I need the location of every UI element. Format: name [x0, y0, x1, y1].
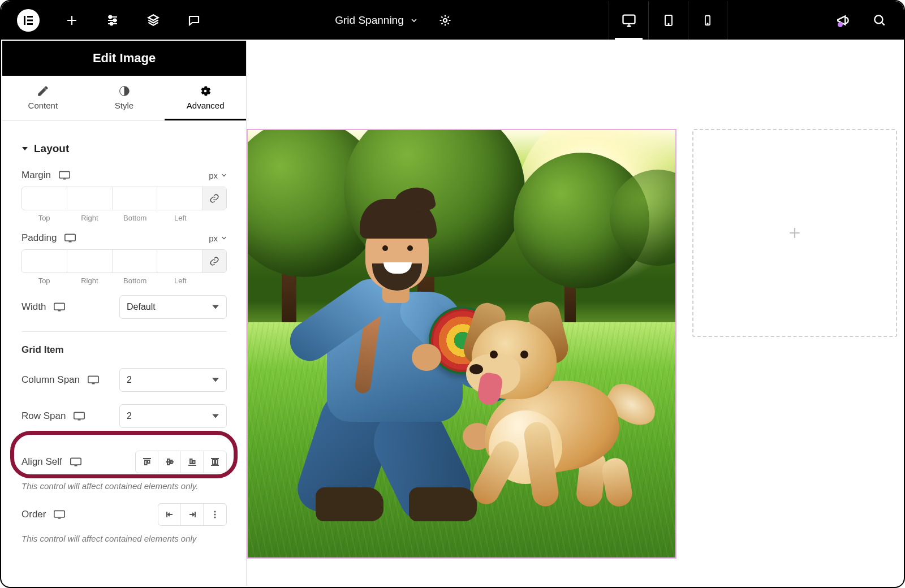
device-mobile-button[interactable]	[688, 1, 727, 40]
comments-icon[interactable]	[186, 12, 202, 29]
svg-rect-27	[213, 460, 215, 464]
order-note: This control will affect contained eleme…	[21, 534, 227, 543]
margin-inputs	[21, 187, 227, 210]
svg-rect-1	[27, 16, 33, 18]
width-select[interactable]: Default	[119, 295, 227, 319]
responsive-icon[interactable]	[54, 302, 65, 312]
tab-advanced[interactable]: Advanced	[165, 76, 246, 120]
margin-dim-labels: TopRightBottomLeft	[21, 214, 227, 222]
svg-point-7	[443, 19, 447, 22]
empty-grid-cell[interactable]	[692, 129, 897, 337]
editor-sidebar: Edit Image Content Style Advanced Layout…	[2, 41, 247, 586]
svg-rect-0	[24, 16, 25, 25]
padding-top-input[interactable]	[22, 250, 67, 273]
margin-bottom-input[interactable]	[113, 187, 158, 210]
svg-rect-25	[190, 459, 192, 464]
tab-advanced-label: Advanced	[187, 101, 225, 110]
svg-rect-3	[27, 23, 33, 25]
svg-rect-16	[65, 234, 75, 241]
tab-style-label: Style	[115, 101, 133, 110]
responsive-icon[interactable]	[64, 234, 76, 243]
elementor-logo[interactable]	[17, 9, 40, 32]
column-span-select[interactable]: 2	[119, 368, 227, 392]
svg-rect-22	[148, 460, 150, 463]
chevron-down-icon	[221, 172, 227, 178]
svg-rect-15	[59, 171, 70, 178]
svg-rect-21	[145, 460, 147, 465]
responsive-icon[interactable]	[54, 510, 65, 519]
panel-title: Edit Image	[2, 41, 246, 76]
svg-rect-28	[216, 460, 218, 464]
order-start[interactable]	[158, 504, 181, 525]
padding-bottom-input[interactable]	[113, 250, 158, 273]
svg-rect-2	[27, 20, 33, 21]
order-choices	[158, 503, 227, 526]
svg-rect-18	[88, 376, 98, 383]
align-self-choices	[135, 451, 227, 473]
svg-rect-8	[623, 15, 635, 24]
width-value: Default	[127, 302, 156, 312]
margin-right-input[interactable]	[67, 187, 113, 210]
device-desktop-button[interactable]	[609, 1, 648, 40]
tab-style[interactable]: Style	[84, 76, 165, 120]
svg-rect-29	[54, 511, 64, 517]
align-self-center[interactable]	[158, 451, 181, 473]
margin-top-input[interactable]	[22, 187, 67, 210]
notification-dot	[838, 22, 843, 27]
responsive-devices	[609, 1, 727, 40]
site-settings-icon[interactable]	[104, 12, 121, 29]
tab-content[interactable]: Content	[2, 76, 84, 120]
panel-tabs: Content Style Advanced	[2, 76, 246, 121]
svg-rect-19	[74, 412, 84, 419]
add-element-icon[interactable]	[63, 12, 80, 29]
svg-point-4	[109, 16, 112, 19]
responsive-icon[interactable]	[70, 457, 81, 466]
margin-left-input[interactable]	[157, 187, 202, 210]
padding-label: Padding	[21, 232, 76, 244]
svg-point-13	[874, 15, 882, 23]
panel-body: Layout Margin px TopRightBottomLeft	[2, 121, 246, 543]
chevron-down-icon	[410, 16, 419, 25]
align-self-end[interactable]	[181, 451, 204, 473]
svg-point-12	[707, 23, 708, 24]
caret-down-icon	[212, 303, 219, 311]
document-title[interactable]: Grid Spanning	[335, 14, 418, 27]
svg-point-10	[668, 24, 669, 25]
preview-canvas	[247, 41, 903, 586]
panel-title-text: Edit Image	[93, 51, 156, 66]
padding-dim-labels: TopRightBottomLeft	[21, 276, 227, 285]
caret-down-icon	[212, 412, 219, 420]
align-self-note: This control will affect contained eleme…	[21, 481, 227, 491]
image-illustration	[248, 130, 675, 557]
padding-unit-switch[interactable]: px	[209, 234, 227, 243]
page-settings-icon[interactable]	[437, 12, 454, 29]
row-span-select[interactable]: 2	[119, 404, 227, 428]
order-more[interactable]	[204, 504, 226, 525]
margin-link-toggle[interactable]	[202, 187, 226, 210]
responsive-icon[interactable]	[88, 375, 99, 384]
section-layout-toggle[interactable]: Layout	[21, 142, 227, 155]
selected-image-widget[interactable]	[247, 129, 676, 559]
padding-left-input[interactable]	[157, 250, 202, 273]
tab-content-label: Content	[28, 101, 58, 110]
svg-rect-26	[193, 461, 195, 464]
finder-search-icon[interactable]	[871, 12, 888, 29]
responsive-icon[interactable]	[59, 171, 70, 180]
align-self-stretch[interactable]	[204, 451, 226, 473]
whats-new-icon[interactable]	[835, 12, 852, 29]
structure-icon[interactable]	[145, 12, 162, 29]
order-end[interactable]	[181, 504, 204, 525]
padding-right-input[interactable]	[67, 250, 113, 273]
grid-item-heading: Grid Item	[21, 344, 227, 356]
plus-icon	[787, 226, 802, 240]
padding-link-toggle[interactable]	[202, 250, 226, 273]
device-tablet-button[interactable]	[648, 1, 688, 40]
align-self-start[interactable]	[136, 451, 158, 473]
svg-point-30	[214, 511, 216, 512]
svg-point-32	[214, 516, 216, 518]
padding-inputs	[21, 249, 227, 273]
margin-unit-switch[interactable]: px	[209, 171, 227, 180]
svg-point-31	[214, 513, 216, 515]
align-self-label: Align Self	[21, 456, 81, 468]
responsive-icon[interactable]	[74, 412, 85, 421]
